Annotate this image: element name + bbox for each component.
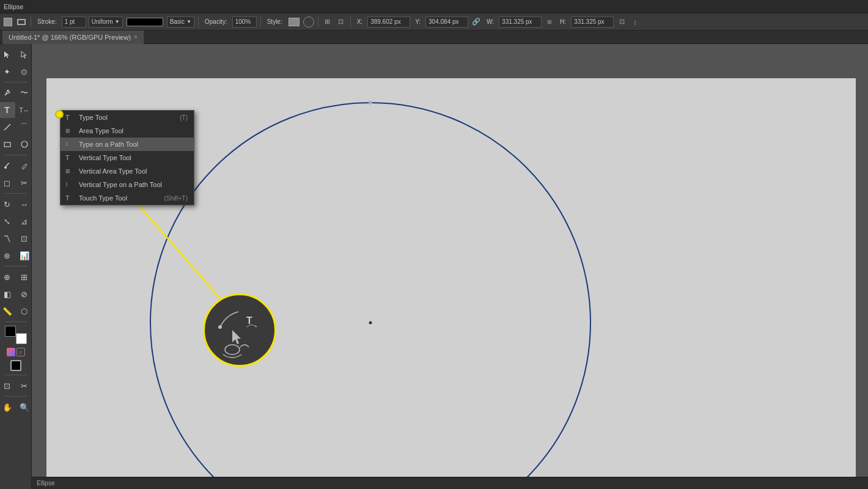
reshape-tool[interactable]: ⊡	[17, 230, 32, 246]
y-label: Y:	[413, 17, 423, 26]
svg-point-3	[21, 141, 28, 147]
lasso-tool[interactable]: ⊙	[17, 64, 32, 79]
symbol-tools: ⊕ ⊞	[0, 269, 32, 285]
ellipse-tool[interactable]	[17, 136, 32, 152]
ctx-type-tool-shortcut: (T)	[167, 114, 188, 121]
blend-tool[interactable]: ⊛	[0, 248, 15, 263]
w-label: W:	[484, 17, 496, 26]
svg-point-4	[4, 166, 7, 169]
tab-bar: Untitled-1* @ 166% (RGB/GPU Preview) ×	[0, 31, 868, 44]
ctx-vertical-area-label: Vertical Area Type Tool	[79, 167, 147, 175]
ctx-area-type-tool[interactable]: ⊞ Area Type Tool	[61, 124, 194, 138]
ctx-vertical-type-path-label: Vertical Type on a Path Tool	[79, 181, 162, 188]
sep3	[260, 17, 261, 28]
rotate-tools: ↻ ↔	[0, 196, 32, 212]
divider7	[5, 396, 27, 397]
rotate-tool[interactable]: ↻	[0, 196, 15, 212]
eraser-tool[interactable]: ◻	[0, 175, 15, 191]
shear-tool[interactable]: ⊿	[17, 213, 32, 229]
scale-tools: ⤡ ⊿	[0, 213, 32, 229]
symbol-sprayer-tool[interactable]: ⊕	[0, 269, 15, 285]
style-swatch[interactable]	[289, 18, 300, 26]
svg-text:T: T	[246, 315, 252, 326]
vertical-type-icon: T	[65, 154, 70, 161]
area-type-icon: ⊞	[65, 128, 70, 134]
arrange-icon[interactable]: ↕	[630, 17, 641, 28]
live-paint-tool[interactable]: ⬡	[17, 303, 32, 319]
x-value[interactable]: 389.602 px	[367, 17, 410, 28]
magic-wand-tool[interactable]: ✦	[0, 64, 15, 79]
hand-tool[interactable]: ✋	[0, 399, 15, 415]
menu-ellipse[interactable]: Ellipse	[4, 3, 23, 10]
transform-icon[interactable]: ⊡	[616, 17, 627, 28]
artboard-tools: ⊡ ✂	[0, 378, 32, 394]
none-btn[interactable]: ⊘	[17, 348, 25, 356]
type-tool-btn[interactable]: T	[0, 102, 15, 118]
stroke-style-dropdown[interactable]: Uniform ▼	[89, 17, 123, 28]
svg-rect-2	[4, 142, 10, 147]
slice-tool[interactable]: ✂	[17, 378, 32, 394]
shape-tools	[0, 136, 32, 152]
left-toolbar: ✦ ⊙ 〜 T T↔ ⌒	[0, 44, 32, 489]
zoom-tool[interactable]: 🔍	[17, 399, 32, 415]
scissors-tool[interactable]: ✂	[17, 175, 32, 191]
stroke-width[interactable]: 1 pt	[62, 17, 86, 28]
ctx-vertical-type-path-tool[interactable]: ⌇ Vertical Type on a Path Tool	[61, 178, 194, 191]
warp-tool[interactable]: 〽	[0, 230, 15, 246]
column-graph-tool[interactable]: 📊	[17, 248, 32, 263]
divider3	[5, 193, 27, 194]
svg-point-5	[218, 325, 222, 329]
stroke-type-dropdown[interactable]: Basic ▼	[167, 17, 194, 28]
paintbrush-tool[interactable]	[0, 158, 15, 174]
direct-selection-tool[interactable]	[17, 46, 32, 62]
mesh-tool[interactable]: ⊞	[17, 269, 32, 285]
stroke-swatch-icon[interactable]	[16, 17, 27, 28]
type-tool-icon: T	[65, 114, 70, 121]
distribute-icon[interactable]: ⊡	[336, 17, 347, 28]
line-tool[interactable]	[0, 119, 15, 135]
foreground-color-swatch[interactable]	[5, 326, 16, 337]
divider2	[5, 155, 27, 155]
artboard-tool[interactable]: ⊡	[0, 378, 15, 394]
top-toolbar: Stroke: 1 pt Uniform ▼ Basic ▼ Opacity: …	[0, 13, 868, 31]
fill-swatch[interactable]	[2, 17, 13, 28]
constrain-icon[interactable]: ⊞	[544, 17, 555, 28]
ctx-vertical-area-tool[interactable]: ⊞ Vertical Area Type Tool	[61, 164, 194, 178]
style-circle[interactable]	[303, 17, 314, 28]
align-icon[interactable]: ⊞	[322, 17, 333, 28]
background-color-swatch[interactable]	[16, 333, 27, 344]
ellipse-shape[interactable]	[150, 103, 590, 477]
y-value[interactable]: 304.084 px	[425, 17, 468, 28]
rectangle-tool[interactable]	[0, 136, 15, 152]
ctx-type-path-tool[interactable]: ⌇ Type on a Path Tool	[61, 138, 194, 151]
scale-tool[interactable]: ⤡	[0, 213, 15, 229]
pencil-tool[interactable]	[17, 158, 32, 174]
type-touch-btn[interactable]: T↔	[17, 102, 32, 118]
measure-tool[interactable]: 📏	[0, 303, 15, 319]
pen-tool[interactable]	[0, 85, 15, 101]
ctx-vertical-type-label: Vertical Type Tool	[79, 154, 131, 161]
top-handle[interactable]	[369, 101, 372, 105]
ctx-touch-type-tool[interactable]: T Touch Type Tool (Shift+T)	[61, 191, 194, 205]
link-icon[interactable]: 🔗	[471, 17, 482, 28]
yellow-indicator-dot	[55, 110, 64, 119]
arc-tool[interactable]: ⌒	[17, 119, 32, 135]
w-value[interactable]: 331.325 px	[499, 17, 542, 28]
eyedropper-tool[interactable]: ⊘	[17, 286, 32, 302]
stroke-label: Stroke:	[35, 17, 59, 26]
reflect-tool[interactable]: ↔	[17, 196, 32, 212]
color-swatches	[5, 326, 27, 344]
ctx-type-tool[interactable]: T Type Tool (T)	[61, 111, 194, 124]
gradient-tool[interactable]: ◧	[0, 286, 15, 302]
document-tab[interactable]: Untitled-1* @ 166% (RGB/GPU Preview) ×	[2, 31, 144, 44]
apply-color-btn[interactable]	[7, 348, 15, 356]
opacity-value[interactable]: 100%	[232, 17, 257, 28]
navigate-tools: ✋ 🔍	[0, 399, 32, 415]
curvature-tool[interactable]: 〜	[17, 85, 32, 101]
stroke-fill-btn[interactable]	[10, 360, 21, 371]
status-bar: Ellipse	[32, 477, 868, 489]
ctx-vertical-type-tool[interactable]: T Vertical Type Tool	[61, 151, 194, 164]
selection-tool[interactable]	[0, 46, 15, 62]
h-value[interactable]: 331.325 px	[571, 17, 614, 28]
tab-close[interactable]: ×	[134, 34, 138, 40]
